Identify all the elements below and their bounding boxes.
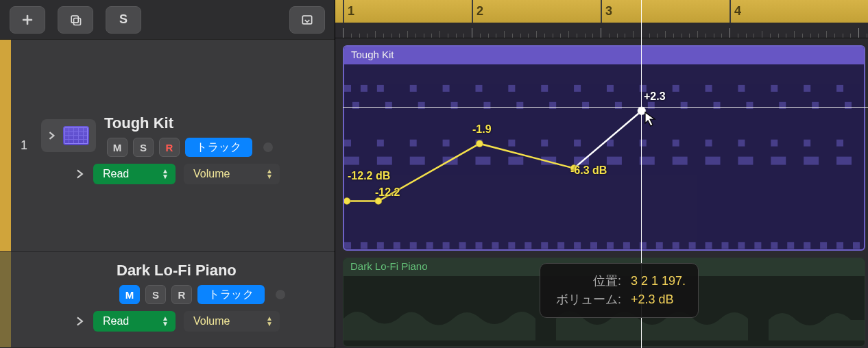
automation-scope-button[interactable]: トラック — [185, 138, 252, 157]
automation-mode-select[interactable]: Read ▲▼ — [93, 311, 176, 332]
track-list: 1 Tough Kit M S R — [0, 40, 335, 348]
automation-value-label: -6.3 dB — [570, 164, 607, 177]
midi-region-icon — [63, 126, 89, 145]
automation-value-label: +2.3 — [644, 90, 666, 103]
automation-mode-select[interactable]: Read ▲▼ — [93, 164, 176, 184]
regions-area[interactable]: Tough Kit — [335, 38, 868, 348]
tooltip-volume-value: +2.3 dB — [631, 290, 674, 309]
track-header-panel: S 1 — [0, 0, 335, 348]
automation-value-label: -12.2 — [375, 186, 400, 199]
record-enable-button[interactable]: R — [171, 285, 192, 304]
automation-value-label: -12.2 dB — [348, 170, 390, 182]
inbox-icon — [300, 13, 314, 27]
mute-button[interactable]: M — [119, 285, 140, 304]
tooltip-volume-label: ボリューム: — [553, 290, 621, 309]
track-row[interactable]: Dark Lo-Fi Piano M S R トラック Read — [0, 252, 335, 348]
bar-number: 4 — [734, 4, 741, 18]
svg-point-102 — [476, 140, 483, 147]
status-dot — [263, 142, 273, 152]
updown-icon: ▲▼ — [266, 316, 273, 327]
timeline-ruler[interactable]: 1 2 3 4 — [335, 0, 868, 38]
automation-tooltip: 位置: 3 2 1 197. ボリューム: +2.3 dB — [540, 263, 699, 318]
mute-button[interactable]: M — [107, 138, 128, 157]
duplicate-icon — [69, 13, 82, 27]
hide-tracks-button[interactable] — [289, 6, 325, 34]
track-chip[interactable] — [41, 119, 96, 152]
svg-point-100 — [343, 197, 350, 204]
select-value: Read — [103, 315, 129, 327]
tooltip-position-label: 位置: — [553, 272, 621, 290]
solo-toggle-button[interactable]: S — [106, 6, 141, 34]
add-track-button[interactable] — [10, 6, 45, 34]
select-value: Volume — [193, 168, 230, 180]
solo-button[interactable]: S — [145, 285, 166, 304]
track-number — [11, 252, 37, 347]
track-toolbar: S — [0, 0, 335, 40]
bar-number: 2 — [477, 4, 483, 18]
track-row[interactable]: 1 Tough Kit M S R — [0, 40, 335, 252]
arrange-area[interactable]: 1 2 3 4 Tough Kit — [335, 0, 868, 348]
svg-rect-0 — [71, 16, 78, 23]
automation-param-select[interactable]: Volume ▲▼ — [184, 164, 280, 184]
track-name[interactable]: Tough Kit — [104, 114, 324, 132]
record-enable-button[interactable]: R — [159, 138, 180, 157]
automation-curve[interactable] — [344, 64, 864, 251]
automation-crosshair — [343, 107, 868, 108]
select-value: Read — [103, 168, 129, 180]
plus-icon — [21, 13, 34, 27]
chevron-right-icon[interactable] — [75, 169, 85, 179]
track-name[interactable]: Dark Lo-Fi Piano — [117, 262, 324, 279]
svg-rect-1 — [74, 18, 81, 25]
midi-region[interactable]: Tough Kit — [343, 45, 865, 251]
automation-param-select[interactable]: Volume ▲▼ — [184, 311, 280, 332]
bar-number: 1 — [348, 4, 354, 18]
bar-number: 3 — [605, 4, 612, 18]
select-value: Volume — [193, 315, 230, 327]
track-color-gutter — [0, 40, 11, 251]
duplicate-track-button[interactable] — [58, 6, 93, 34]
automation-scope-button[interactable]: トラック — [197, 285, 265, 304]
track-color-gutter — [0, 252, 11, 347]
region-header: Tough Kit — [344, 47, 864, 64]
status-dot — [276, 290, 285, 299]
updown-icon: ▲▼ — [162, 169, 169, 179]
chevron-right-icon[interactable] — [75, 316, 85, 326]
tooltip-position-value: 3 2 1 197. — [631, 272, 686, 290]
automation-value-label: -1.9 — [472, 123, 492, 136]
updown-icon: ▲▼ — [162, 316, 169, 327]
track-number: 1 — [11, 40, 37, 251]
updown-icon: ▲▼ — [266, 169, 273, 179]
solo-button[interactable]: S — [133, 138, 154, 157]
chevron-right-icon — [48, 132, 56, 140]
